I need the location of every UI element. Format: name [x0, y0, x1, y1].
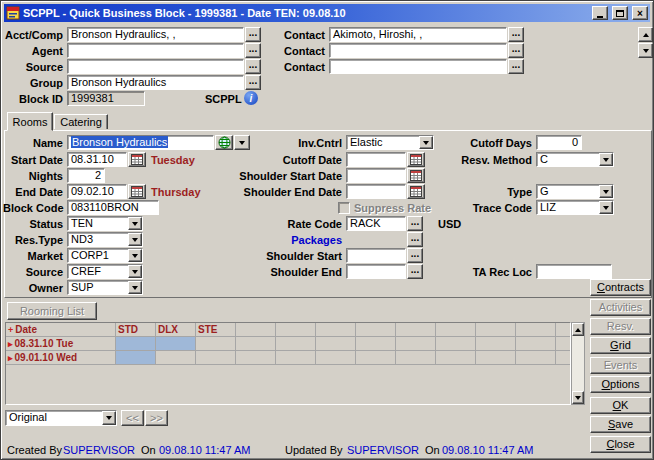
close-action-button[interactable]: Close [590, 436, 651, 453]
dropdown-arrow-icon[interactable] [128, 233, 142, 246]
grid-cell[interactable] [396, 351, 436, 365]
res-type-select[interactable]: ND3 [67, 232, 143, 247]
start-date-calendar-button[interactable] [128, 152, 146, 167]
dropdown-arrow-icon[interactable] [128, 281, 142, 294]
grid-cell[interactable] [436, 351, 476, 365]
grid-cell[interactable] [516, 351, 556, 365]
dropdown-arrow-icon[interactable] [599, 185, 613, 198]
acct-comp-field[interactable]: Bronson Hydraulics, , [67, 27, 244, 42]
grid-cell[interactable] [316, 337, 356, 351]
packages-link[interactable]: Packages [236, 233, 342, 247]
shoulder-end-date-field[interactable] [346, 184, 406, 199]
grid-cell[interactable] [516, 337, 556, 351]
suppress-rate-checkbox[interactable] [338, 202, 350, 214]
grid-cell[interactable] [476, 351, 516, 365]
contracts-button[interactable]: Contracts [590, 279, 651, 296]
maximize-button[interactable] [612, 6, 628, 20]
grid-cell[interactable] [356, 351, 396, 365]
grid-cell[interactable] [276, 351, 316, 365]
tab-catering[interactable]: Catering [54, 114, 108, 129]
grid-cell[interactable] [556, 351, 571, 365]
agent-field[interactable] [67, 43, 244, 58]
cutoff-date-calendar-button[interactable] [407, 152, 425, 167]
grid-cell[interactable] [476, 337, 516, 351]
save-button[interactable]: Save [590, 416, 651, 433]
grid-cell[interactable] [116, 337, 156, 351]
grid-cell[interactable] [356, 337, 396, 351]
shoulder-start-lookup-button[interactable]: ... [407, 248, 423, 263]
end-date-calendar-button[interactable] [128, 184, 146, 199]
options-button[interactable]: Options [590, 376, 651, 393]
dropdown-arrow-icon[interactable] [102, 411, 116, 425]
grid-cell[interactable] [236, 351, 276, 365]
name-field[interactable]: Bronson Hydraulics [67, 135, 214, 150]
tab-rooms[interactable]: Rooms [7, 112, 53, 131]
rooms-source-select[interactable]: CREF [67, 264, 143, 279]
minimize-button[interactable] [592, 6, 608, 20]
packages-lookup-button[interactable]: ... [407, 232, 423, 247]
grid-cell[interactable] [396, 337, 436, 351]
dropdown-arrow-icon[interactable] [419, 136, 433, 149]
dropdown-arrow-icon[interactable] [128, 217, 142, 230]
dropdown-arrow-icon[interactable] [599, 201, 613, 214]
start-date-field[interactable]: 08.31.10 [67, 152, 127, 167]
grid-cell[interactable] [236, 337, 276, 351]
owner-select[interactable]: SUP [67, 280, 143, 295]
shoulder-end-field[interactable] [346, 264, 406, 279]
grid-cell[interactable] [116, 351, 156, 365]
contact1-lookup-button[interactable]: ... [508, 27, 524, 42]
type-select[interactable]: G [536, 184, 614, 199]
shoulder-start-date-field[interactable] [346, 168, 406, 183]
contact1-field[interactable]: Akimoto, Hiroshi, , [329, 27, 507, 42]
group-field[interactable]: Bronson Hydraulics [67, 75, 244, 90]
scroll-down-button[interactable] [572, 391, 584, 404]
inv-cntrl-select[interactable]: Elastic [346, 135, 434, 150]
shoulder-end-date-calendar-button[interactable] [407, 184, 425, 199]
agent-lookup-button[interactable]: ... [245, 43, 261, 58]
acct-comp-lookup-button[interactable]: ... [245, 27, 261, 42]
group-lookup-button[interactable]: ... [245, 75, 261, 90]
close-button[interactable]: × [632, 6, 648, 20]
grid-cell[interactable] [156, 351, 196, 365]
grid-cell[interactable] [436, 337, 476, 351]
grid-cell[interactable] [276, 337, 316, 351]
grid-prev-button[interactable]: << [121, 410, 144, 426]
contact2-lookup-button[interactable]: ... [508, 43, 524, 58]
source-field[interactable] [67, 59, 244, 74]
dropdown-arrow-icon[interactable] [128, 265, 142, 278]
block-code-field[interactable]: 083110BRON [67, 200, 159, 215]
grid-view-select[interactable]: Original [5, 410, 117, 426]
ok-button[interactable]: OK [590, 397, 651, 414]
scroll-up-button[interactable] [572, 323, 584, 336]
contact3-field[interactable] [329, 59, 507, 74]
contact2-field[interactable] [329, 43, 507, 58]
ta-rec-loc-field[interactable] [536, 264, 612, 279]
rate-code-lookup-button[interactable]: ... [407, 216, 423, 231]
end-date-field[interactable]: 09.02.10 [67, 184, 127, 199]
cutoff-date-field[interactable] [346, 152, 406, 167]
grid-cell[interactable] [196, 351, 236, 365]
rate-code-field[interactable]: RACK [346, 216, 406, 231]
grid-cell[interactable] [556, 337, 571, 351]
name-globe-button[interactable] [215, 135, 233, 150]
market-select[interactable]: CORP1 [67, 248, 143, 263]
header-scroll-down-button[interactable] [638, 43, 653, 58]
grid-button[interactable]: Grid [590, 337, 651, 354]
source-lookup-button[interactable]: ... [245, 59, 261, 74]
grid-cell[interactable] [316, 351, 356, 365]
cutoff-days-field[interactable]: 0 [536, 135, 582, 150]
title-bar[interactable]: SCPPL - Quick Business Block - 1999381 -… [4, 4, 650, 22]
grid-next-button[interactable]: >> [145, 410, 168, 426]
grid-scrollbar[interactable] [571, 322, 585, 405]
info-icon[interactable]: i [244, 91, 258, 105]
dropdown-arrow-icon[interactable] [128, 249, 142, 262]
nights-field[interactable]: 2 [67, 168, 105, 183]
status-select[interactable]: TEN [67, 216, 143, 231]
trace-code-select[interactable]: LIZ [536, 200, 614, 215]
contact3-lookup-button[interactable]: ... [508, 59, 524, 74]
resv-method-select[interactable]: C [536, 152, 614, 167]
shoulder-start-field[interactable] [346, 248, 406, 263]
shoulder-start-date-calendar-button[interactable] [407, 168, 425, 183]
dropdown-arrow-icon[interactable] [599, 153, 613, 166]
shoulder-end-lookup-button[interactable]: ... [407, 264, 423, 279]
